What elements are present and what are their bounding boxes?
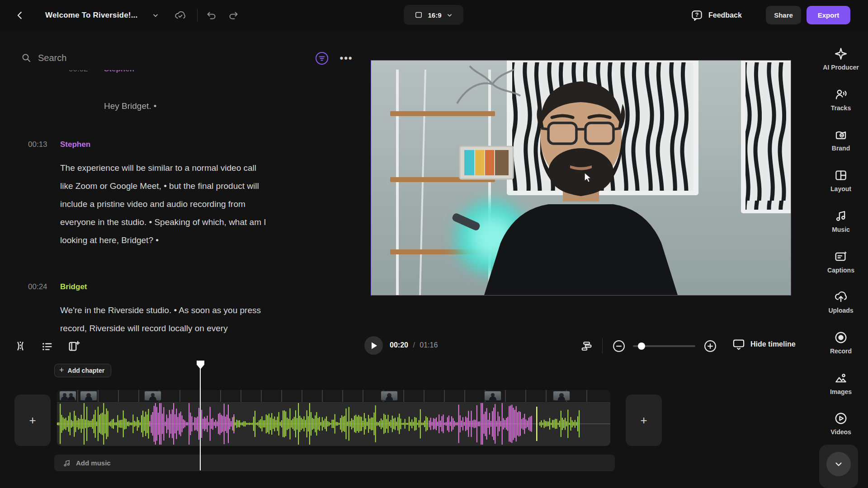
sidebar-item[interactable]: Layout [814, 169, 868, 192]
transcript-list-button[interactable] [40, 339, 54, 353]
add-music-track[interactable]: Add music [54, 455, 615, 471]
divider [197, 9, 198, 22]
play-button[interactable] [364, 336, 383, 355]
sidebar-item[interactable]: Uploads [814, 290, 868, 314]
add-chapter-label: Add chapter [68, 367, 105, 374]
tools-sidebar: AI Producer Tracks Brand Layout Music [814, 31, 868, 488]
list-icon [41, 340, 53, 352]
feedback-button[interactable]: ? Feedback [691, 7, 742, 23]
audio-waveform[interactable] [57, 402, 610, 446]
transcript-toolbar: ••• [0, 48, 362, 68]
clip-divider [220, 390, 221, 402]
clip-divider [363, 390, 363, 402]
clip-thumbnail-duo[interactable] [59, 391, 76, 401]
transcript-speaker[interactable]: Stephen [60, 140, 90, 149]
chapter-icon [67, 340, 80, 352]
clip-divider [281, 390, 282, 402]
sidebar-item[interactable]: Tracks [814, 88, 868, 112]
clip-divider [241, 390, 241, 402]
track-view-button[interactable] [580, 339, 593, 353]
project-title[interactable]: Welcome To Riverside!... [45, 11, 137, 20]
redo-button[interactable] [227, 9, 241, 22]
share-button[interactable]: Share [766, 6, 801, 24]
timeline-track[interactable] [57, 390, 610, 446]
transcript-text[interactable]: The experience will be similar to a norm… [60, 159, 266, 249]
clip-divider [403, 390, 404, 402]
images-icon [834, 371, 848, 385]
add-track-button-left[interactable]: + [14, 394, 51, 446]
clip-divider [444, 390, 445, 402]
zoom-in-button[interactable] [703, 339, 717, 353]
music-icon [834, 209, 848, 223]
clip-thumbnail-woman[interactable] [553, 391, 570, 401]
clip-thumbnail-woman[interactable] [381, 391, 398, 401]
clip-thumbnail-woman[interactable] [80, 391, 97, 401]
uploads-icon [834, 290, 848, 304]
clip-divider [342, 390, 343, 402]
split-icon [14, 340, 27, 352]
search-icon [21, 52, 32, 63]
add-chapter-marker-button[interactable] [67, 339, 80, 353]
clip-divider [525, 390, 526, 402]
transcript-speaker[interactable]: Stephen [104, 70, 134, 74]
clip-divider [179, 390, 180, 402]
video-clip-track[interactable] [57, 390, 610, 402]
brand-icon [834, 128, 848, 141]
back-button[interactable] [14, 9, 26, 22]
search-input[interactable] [37, 50, 227, 66]
add-music-label: Add music [76, 459, 111, 467]
more-options-button[interactable]: ••• [338, 50, 354, 66]
transcript-text[interactable]: Hey Bridget. • [104, 97, 156, 115]
zoom-slider-knob[interactable] [638, 343, 645, 350]
tracks-view-icon [580, 340, 593, 352]
transcript-timestamp[interactable]: 00:24 [28, 282, 47, 291]
transcript-timestamp[interactable]: 00:02 [69, 70, 88, 74]
sidebar-item[interactable]: Videos [814, 412, 868, 436]
clip-divider [505, 390, 506, 402]
clip-divider [261, 390, 262, 402]
layout-icon [834, 169, 848, 182]
video-preview[interactable] [371, 60, 791, 296]
clip-divider [98, 390, 99, 402]
transcript-text[interactable]: We're in the Riverside studio. • As soon… [60, 301, 261, 333]
playback-control-bar: 00:20 / 01:16 Hide timeline [0, 333, 868, 358]
clip-thumbnail-man[interactable] [484, 391, 501, 401]
time-separator: / [413, 341, 415, 349]
add-chapter-button[interactable]: + Add chapter [54, 364, 111, 377]
clip-divider [464, 390, 465, 402]
clip-thumbnail-man[interactable] [144, 391, 161, 401]
transcript-panel: 00:02 Stephen Hey Bridget. • 00:13 Steph… [0, 70, 357, 333]
split-clip-button[interactable] [14, 339, 27, 353]
chevron-down-icon [834, 459, 844, 469]
aspect-ratio-button[interactable]: 16:9 [404, 5, 463, 25]
transcript-speaker[interactable]: Bridget [60, 282, 87, 291]
monitor-icon [732, 338, 745, 351]
export-button[interactable]: Export [807, 6, 850, 24]
acoustic-panel-right [741, 61, 791, 213]
cloud-sync-icon[interactable] [174, 9, 187, 22]
aspect-ratio-value: 16:9 [428, 11, 441, 19]
sidebar-item[interactable]: Captions [814, 250, 868, 274]
transcript-timestamp[interactable]: 00:13 [28, 140, 47, 149]
chevron-down-icon[interactable] [152, 12, 159, 19]
tracks-icon [834, 88, 848, 101]
timeline-zoom-slider[interactable] [633, 345, 695, 347]
hide-timeline-button[interactable]: Hide timeline [732, 338, 796, 351]
zoom-out-button[interactable] [612, 339, 626, 353]
sparkle-icon [834, 47, 848, 61]
video-frame-content [371, 61, 791, 295]
undo-button[interactable] [204, 9, 218, 22]
chevron-down-icon [446, 12, 453, 19]
plus-icon: + [59, 366, 64, 374]
filter-icon [315, 51, 329, 66]
sidebar-item[interactable]: AI Producer [814, 47, 868, 71]
sidebar-item[interactable]: Brand [814, 128, 868, 152]
add-track-button-right[interactable]: + [626, 394, 662, 446]
clip-divider [138, 390, 139, 402]
sidebar-collapse-button[interactable] [826, 452, 851, 476]
sidebar-item[interactable]: Images [814, 371, 868, 395]
chevron-left-icon [15, 10, 25, 20]
sidebar-item[interactable]: Music [814, 209, 868, 233]
filter-button[interactable] [314, 50, 330, 66]
playhead[interactable] [197, 361, 204, 369]
